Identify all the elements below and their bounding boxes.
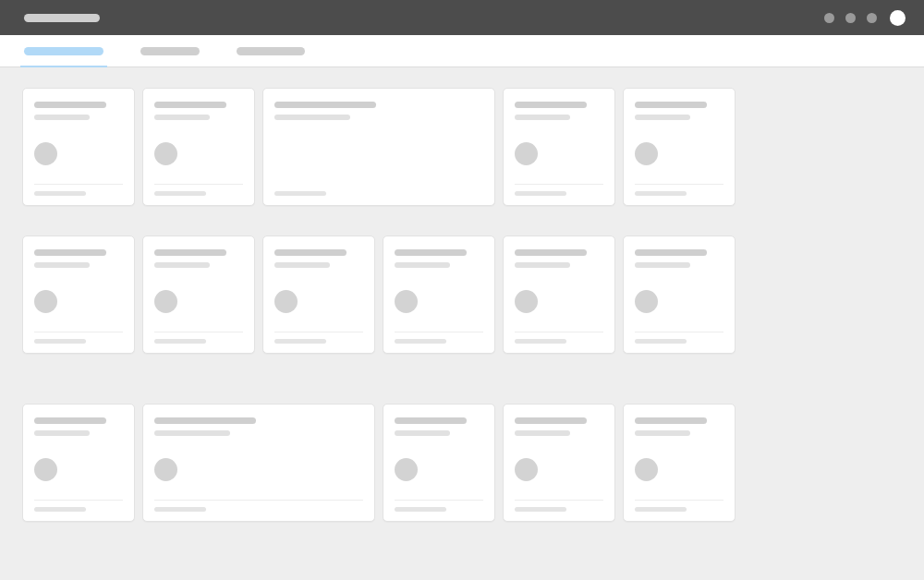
card-title xyxy=(635,417,707,424)
card-title xyxy=(34,249,106,256)
card-footer-text xyxy=(274,191,326,196)
card-footer-text xyxy=(515,191,566,196)
card-title xyxy=(34,417,106,424)
card-footer xyxy=(154,500,363,512)
card-subtitle xyxy=(34,430,90,436)
card-footer-text xyxy=(515,339,566,344)
card-subtitle xyxy=(515,115,570,120)
card[interactable] xyxy=(142,88,255,206)
card-subtitle xyxy=(154,262,210,268)
card-footer xyxy=(34,184,123,196)
title-bar xyxy=(0,0,924,35)
card[interactable] xyxy=(503,404,615,522)
card[interactable] xyxy=(623,404,736,522)
window-control-dot-large[interactable] xyxy=(890,10,906,26)
card-subtitle xyxy=(515,262,570,268)
window-control-dot[interactable] xyxy=(824,13,834,23)
tab-strip xyxy=(0,35,924,67)
card[interactable] xyxy=(503,236,615,354)
card-subtitle xyxy=(34,115,90,120)
card-footer xyxy=(515,332,603,344)
card-footer-text xyxy=(635,339,687,344)
card[interactable] xyxy=(22,404,135,522)
card-footer-text xyxy=(154,507,206,512)
card[interactable] xyxy=(262,236,375,354)
avatar-icon xyxy=(635,458,658,481)
avatar-icon xyxy=(515,142,538,165)
card-title xyxy=(635,249,707,256)
card[interactable] xyxy=(262,88,495,206)
tab-3[interactable] xyxy=(237,35,305,66)
window-control-dot[interactable] xyxy=(845,13,856,23)
avatar-icon xyxy=(34,142,57,165)
card-footer-text xyxy=(635,507,687,512)
card-subtitle xyxy=(34,262,90,268)
avatar-icon xyxy=(635,142,658,165)
card-footer-text xyxy=(515,507,566,512)
card-footer-text xyxy=(34,339,86,344)
window-title xyxy=(24,14,100,22)
card-title xyxy=(154,249,226,256)
card[interactable] xyxy=(22,236,135,354)
card-subtitle xyxy=(154,115,210,120)
card[interactable] xyxy=(623,88,736,206)
card-row xyxy=(22,236,902,354)
card-title xyxy=(154,417,256,424)
card-footer xyxy=(515,184,603,196)
card-footer-text xyxy=(395,339,446,344)
card-title xyxy=(515,417,587,424)
avatar-icon xyxy=(154,142,177,165)
card-title xyxy=(154,102,226,108)
card-title xyxy=(395,249,467,256)
card-workspace xyxy=(0,67,924,550)
avatar-icon xyxy=(395,290,418,313)
card-footer xyxy=(154,332,243,344)
tab-label xyxy=(24,47,103,55)
card-footer-text xyxy=(154,339,206,344)
avatar-icon xyxy=(515,290,538,313)
card[interactable] xyxy=(142,404,375,522)
card-subtitle xyxy=(635,430,690,436)
avatar-icon xyxy=(274,290,298,313)
card-footer-text xyxy=(395,507,446,512)
card-subtitle xyxy=(395,262,450,268)
card-title xyxy=(635,102,707,108)
card[interactable] xyxy=(623,236,736,354)
tab-2[interactable] xyxy=(140,35,200,66)
tab-label xyxy=(140,47,200,55)
card-title xyxy=(395,417,467,424)
card-title xyxy=(274,102,376,108)
avatar-icon xyxy=(635,290,658,313)
card-footer-text xyxy=(635,191,687,196)
tab-1[interactable] xyxy=(24,35,103,66)
card[interactable] xyxy=(503,88,615,206)
card-footer-text xyxy=(154,191,206,196)
avatar-icon xyxy=(34,290,57,313)
card[interactable] xyxy=(383,404,495,522)
card[interactable] xyxy=(22,88,135,206)
card-footer xyxy=(635,500,723,512)
card-footer xyxy=(395,500,483,512)
avatar-icon xyxy=(34,458,57,481)
card-title xyxy=(515,249,587,256)
card-row xyxy=(22,404,902,522)
card-subtitle xyxy=(274,115,350,120)
card-footer-text xyxy=(34,507,86,512)
card-subtitle xyxy=(515,430,570,436)
card-footer xyxy=(34,332,123,344)
avatar-icon xyxy=(154,458,177,481)
avatar-icon xyxy=(395,458,418,481)
card[interactable] xyxy=(383,236,495,354)
card-footer xyxy=(154,184,243,196)
avatar-icon xyxy=(515,458,538,481)
card[interactable] xyxy=(142,236,255,354)
card-subtitle xyxy=(274,262,330,268)
card-subtitle xyxy=(635,262,690,268)
card-footer-text xyxy=(34,191,86,196)
card-footer-text xyxy=(274,339,326,344)
card-row xyxy=(22,88,902,206)
avatar-icon xyxy=(154,290,177,313)
tab-label xyxy=(237,47,305,55)
card-footer xyxy=(395,332,483,344)
window-control-dot[interactable] xyxy=(867,13,877,23)
